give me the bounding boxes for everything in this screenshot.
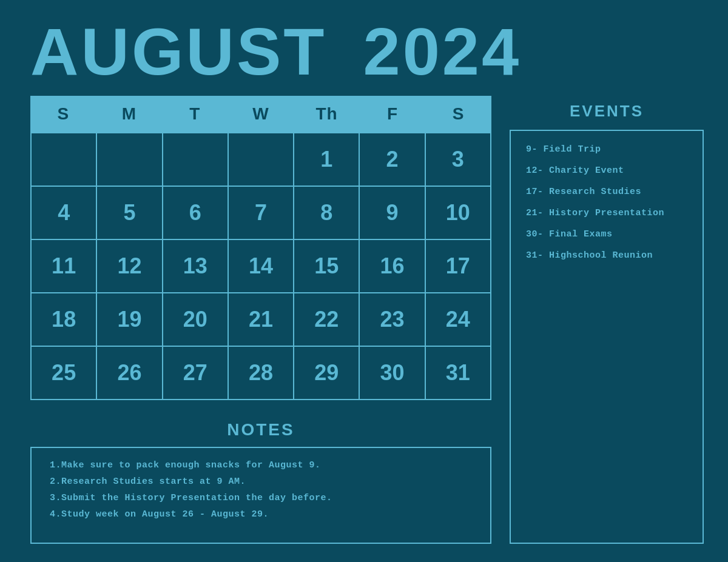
event-item: 9- Field Trip <box>526 143 687 156</box>
day-header: W <box>228 96 294 132</box>
note-item: 1.Make sure to pack enough snacks for Au… <box>50 460 472 470</box>
calendar-cell-empty[interactable] <box>32 133 97 187</box>
calendar-cell-day[interactable]: 28 <box>229 347 294 400</box>
page-header: AUGUST 2024 <box>30 18 704 85</box>
calendar-cell-day[interactable]: 29 <box>294 347 360 400</box>
note-item: 4.Study week on August 26 - August 29. <box>50 509 472 520</box>
events-box: 9- Field Trip12- Charity Event17- Resear… <box>510 130 704 544</box>
calendar-cell-day[interactable]: 15 <box>294 240 360 293</box>
day-header: Th <box>294 96 360 132</box>
notes-title: NOTES <box>30 420 491 440</box>
calendar-cell-day[interactable]: 9 <box>360 187 425 240</box>
notes-box: 1.Make sure to pack enough snacks for Au… <box>30 447 491 544</box>
calendar-cell-day[interactable]: 20 <box>163 293 229 347</box>
calendar-cell-day[interactable]: 17 <box>426 240 491 293</box>
calendar-cell-day[interactable]: 16 <box>360 240 425 293</box>
day-header: S <box>30 96 96 132</box>
calendar-cell-day[interactable]: 25 <box>32 347 97 400</box>
calendar-cell-day[interactable]: 30 <box>360 347 425 400</box>
calendar-cell-day[interactable]: 13 <box>163 240 229 293</box>
calendar-cell-day[interactable]: 4 <box>32 187 97 240</box>
calendar-cell-day[interactable]: 22 <box>294 293 360 347</box>
calendar-cell-day[interactable]: 21 <box>229 293 294 347</box>
day-header: S <box>425 96 491 132</box>
day-headers: SMTWThFS <box>30 96 491 132</box>
calendar-cell-day[interactable]: 18 <box>32 293 97 347</box>
year-title: 2024 <box>363 18 521 85</box>
event-item: 21- History Presentation <box>526 207 687 219</box>
calendar-cell-day[interactable]: 6 <box>163 187 229 240</box>
notes-section: NOTES 1.Make sure to pack enough snacks … <box>30 420 491 544</box>
main-content: SMTWThFS 1234567891011121314151617181920… <box>30 96 704 544</box>
calendar-cell-day[interactable]: 12 <box>97 240 163 293</box>
day-header: T <box>162 96 228 132</box>
event-item: 17- Research Studies <box>526 186 687 198</box>
calendar-cell-day[interactable]: 1 <box>294 133 360 187</box>
calendar-cell-empty[interactable] <box>97 133 163 187</box>
calendar-cell-day[interactable]: 7 <box>229 187 294 240</box>
left-column: SMTWThFS 1234567891011121314151617181920… <box>30 96 491 544</box>
calendar-cell-day[interactable]: 23 <box>360 293 425 347</box>
calendar-cell-day[interactable]: 3 <box>426 133 491 187</box>
calendar-cell-day[interactable]: 19 <box>97 293 163 347</box>
calendar-cell-day[interactable]: 10 <box>426 187 491 240</box>
calendar-cell-day[interactable]: 26 <box>97 347 163 400</box>
right-column: EVENTS 9- Field Trip12- Charity Event17-… <box>510 96 704 544</box>
events-title: EVENTS <box>510 102 704 121</box>
calendar-cell-empty[interactable] <box>229 133 294 187</box>
calendar-cell-day[interactable]: 31 <box>426 347 491 400</box>
calendar-cell-day[interactable]: 2 <box>360 133 425 187</box>
calendar-cell-day[interactable]: 14 <box>229 240 294 293</box>
calendar-cell-day[interactable]: 11 <box>32 240 97 293</box>
day-header: M <box>96 96 163 132</box>
note-item: 3.Submit the History Presentation the da… <box>50 493 472 503</box>
calendar-grid: 1234567891011121314151617181920212223242… <box>30 132 491 400</box>
calendar-cell-day[interactable]: 27 <box>163 347 229 400</box>
event-item: 31- Highschool Reunion <box>526 249 687 262</box>
note-item: 2.Research Studies starts at 9 AM. <box>50 477 472 487</box>
calendar-cell-empty[interactable] <box>163 133 229 187</box>
calendar: SMTWThFS 1234567891011121314151617181920… <box>30 96 491 408</box>
event-item: 30- Final Exams <box>526 228 687 241</box>
calendar-cell-day[interactable]: 5 <box>97 187 163 240</box>
day-header: F <box>360 96 426 132</box>
month-title: AUGUST <box>30 18 326 85</box>
event-item: 12- Charity Event <box>526 164 687 177</box>
calendar-cell-day[interactable]: 24 <box>426 293 491 347</box>
calendar-cell-day[interactable]: 8 <box>294 187 360 240</box>
